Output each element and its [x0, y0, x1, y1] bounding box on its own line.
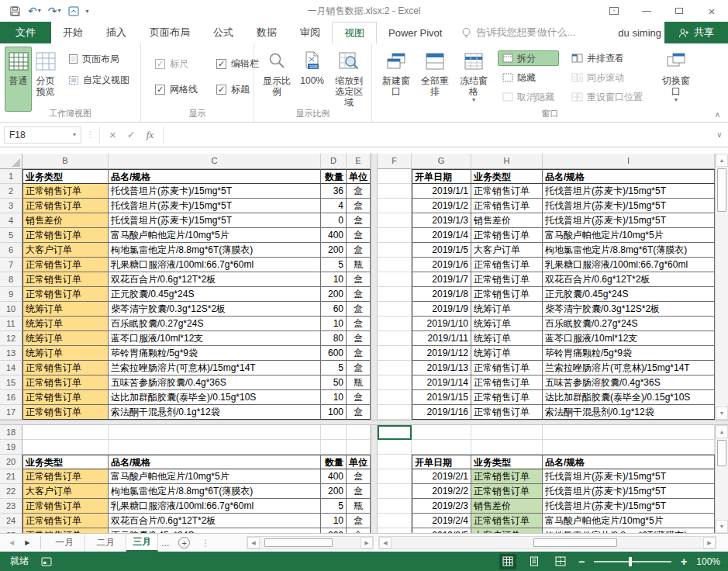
cell[interactable] [378, 425, 412, 440]
sheet-tab-february[interactable]: 二月 [85, 534, 126, 552]
switch-windows-button[interactable]: 切换窗口 ▾ [657, 47, 695, 112]
page-layout-view-button[interactable]: 页面布局 [64, 51, 134, 67]
cell[interactable]: 正常销售订单 [471, 514, 543, 528]
cell[interactable]: 50 [321, 375, 347, 390]
cell[interactable]: 百乐眠胶囊/0.27g*24S [543, 317, 715, 331]
cell[interactable]: 正常销售订单 [471, 361, 543, 375]
customize-qat-icon[interactable]: ▾ [86, 8, 89, 15]
cell[interactable] [347, 425, 371, 440]
cell[interactable]: 富马酸卢帕他定片/10mg*5片 [109, 469, 321, 484]
cell[interactable]: 正元胶囊/0.45g*24S [543, 287, 715, 302]
tab-view[interactable]: 视图 [332, 22, 377, 43]
cell[interactable] [412, 425, 471, 440]
cell[interactable] [321, 425, 347, 440]
cell[interactable]: 蓝芩口服液/10ml*12支 [543, 331, 715, 346]
cell[interactable]: 2019/1/16 [412, 405, 471, 420]
cell[interactable]: 600 [321, 346, 347, 361]
cell[interactable]: 正常销售订单 [22, 514, 109, 528]
cell[interactable]: 2019/1/12 [412, 346, 471, 361]
tab-review[interactable]: 审阅 [288, 22, 332, 43]
cell[interactable] [109, 425, 321, 440]
cell[interactable] [378, 287, 412, 302]
cell[interactable] [378, 514, 412, 528]
normal-view-button[interactable]: 普通 [5, 47, 32, 112]
cell[interactable]: 大客户订单 [471, 243, 543, 258]
cell[interactable] [378, 361, 412, 375]
cell[interactable]: 达比加群酯胶囊(泰毕全)/0.15g*10S [543, 390, 715, 405]
scroll-left-icon[interactable]: ◀ [379, 537, 392, 549]
row-header-8[interactable]: 8 [0, 272, 22, 287]
scroll-down-icon[interactable]: ▼ [716, 407, 728, 420]
cell[interactable]: 正常销售订单 [471, 469, 543, 484]
cell[interactable]: 托伐普坦片(苏麦卡)/15mg*5T [543, 213, 715, 228]
row-header-6[interactable]: 6 [0, 243, 22, 258]
row-header-15[interactable]: 15 [0, 375, 22, 390]
page-layout-view-shortcut-icon[interactable] [526, 554, 543, 569]
scrollbar-thumb[interactable] [533, 538, 617, 547]
tab-data[interactable]: 数据 [245, 22, 288, 43]
undo-dropdown-icon[interactable]: ▾ [38, 8, 41, 14]
page-break-preview-button[interactable]: 分页预览 [32, 47, 59, 112]
cell[interactable]: 富马酸卢帕他定片/10mg*5片 [109, 228, 321, 243]
cell[interactable]: 瓶 [347, 258, 371, 272]
row-header-17[interactable]: 17 [0, 405, 22, 420]
cell[interactable]: 双花百合片/0.6g*12T*2板 [109, 272, 321, 287]
hide-button[interactable]: 隐藏 [498, 70, 559, 85]
cell[interactable]: 业务类型 [22, 455, 109, 469]
horizontal-scrollbar-right[interactable]: ◀ ▶ [378, 536, 716, 549]
cell[interactable] [378, 184, 412, 199]
cell[interactable]: 5 [321, 258, 347, 272]
cell[interactable]: 正常销售订单 [22, 469, 109, 484]
expand-formula-bar-icon[interactable]: ∨ [711, 130, 728, 139]
cell[interactable]: 品名/规格 [109, 169, 321, 184]
cell[interactable]: 正常销售订单 [471, 484, 543, 499]
cell[interactable]: 正常销售订单 [22, 390, 109, 405]
cell[interactable]: 正元胶囊/0.45g*24S [109, 287, 321, 302]
scroll-up-icon[interactable]: ▲ [716, 154, 728, 167]
cell[interactable] [378, 499, 412, 514]
cell[interactable] [543, 440, 715, 455]
cell[interactable]: 荜铃胃痛颗粒/5g*9袋 [543, 346, 715, 361]
cell[interactable] [378, 455, 412, 469]
row-header-5[interactable]: 5 [0, 228, 22, 243]
cell[interactable]: 盒 [347, 317, 371, 331]
cell[interactable]: 2019/1/1 [412, 184, 471, 199]
cell[interactable]: 盒 [347, 405, 371, 420]
cell[interactable] [412, 440, 471, 455]
cell[interactable]: 200 [321, 484, 347, 499]
cell[interactable]: 10 [321, 272, 347, 287]
cell[interactable]: 100 [321, 405, 347, 420]
cell[interactable]: 托伐普坦片(苏麦卡)/15mg*5T [543, 469, 715, 484]
row-header-1[interactable]: 1 [0, 169, 22, 184]
row-header-13[interactable]: 13 [0, 346, 22, 361]
macro-record-icon[interactable] [41, 557, 52, 566]
cell[interactable]: 2019/1/4 [412, 228, 471, 243]
formula-input[interactable] [164, 126, 711, 144]
gridlines-checkbox[interactable]: ✓ 网格线 [155, 83, 198, 96]
cell[interactable]: 统筹订单 [471, 331, 543, 346]
cell[interactable]: 盒 [347, 302, 371, 317]
zoom-level[interactable]: 100% [696, 556, 720, 567]
view-side-by-side-button[interactable]: 并排查看 [567, 50, 647, 66]
cell[interactable]: 正常销售订单 [471, 287, 543, 302]
horizontal-scrollbar-left[interactable]: ◀ ▶ [247, 536, 374, 549]
cell[interactable]: 正常销售订单 [471, 258, 543, 272]
cell[interactable]: 200 [321, 287, 347, 302]
redo-dropdown-icon[interactable]: ▾ [57, 8, 60, 14]
undo-button[interactable]: ↶▾ [28, 5, 41, 16]
cell[interactable]: 销售差价 [471, 213, 543, 228]
cell[interactable]: 销售差价 [22, 213, 109, 228]
cell[interactable]: 数量 [321, 169, 347, 184]
row-header-9[interactable]: 9 [0, 287, 22, 302]
cell[interactable]: 索法酮干混悬剂/0.1g*12袋 [109, 405, 321, 420]
cell[interactable]: 10 [321, 317, 347, 331]
scrollbar-thumb[interactable] [264, 538, 333, 547]
cell[interactable]: 瓶 [347, 375, 371, 390]
cell[interactable]: 正常销售订单 [22, 199, 109, 213]
cell[interactable] [321, 440, 347, 455]
cell[interactable]: 正常销售订单 [22, 499, 109, 514]
custom-views-button[interactable]: 自定义视图 [64, 72, 134, 88]
cell[interactable]: 盒 [347, 514, 371, 528]
column-header-G[interactable]: G [412, 154, 471, 169]
touch-mode-icon[interactable] [68, 6, 79, 16]
